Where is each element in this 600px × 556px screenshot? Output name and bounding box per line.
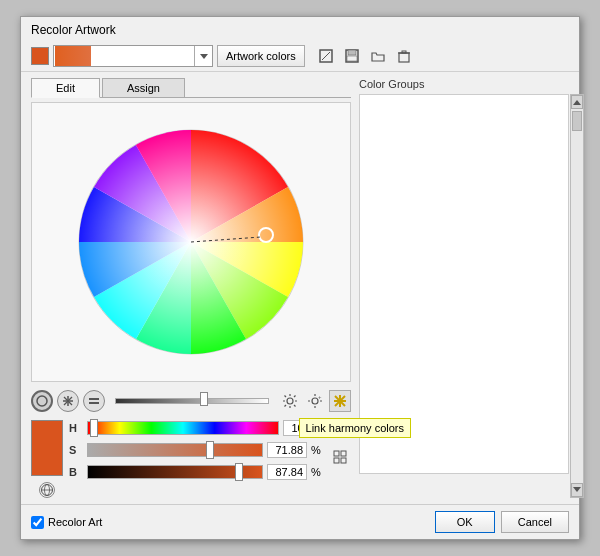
- wheel-bottom-controls: +: [31, 386, 351, 416]
- color-controls: H S %: [31, 420, 351, 498]
- b-slider-row: B %: [69, 464, 323, 480]
- menu-icon: [333, 424, 347, 438]
- artwork-colors-button[interactable]: Artwork colors: [217, 45, 305, 67]
- dialog-title: Recolor Artwork: [31, 23, 116, 37]
- ok-button[interactable]: OK: [435, 511, 495, 533]
- bottom-bar: Recolor Art OK Cancel: [21, 504, 579, 539]
- add-adjust-icon-btn[interactable]: +: [304, 390, 326, 412]
- b-label: B: [69, 466, 83, 478]
- hsb-sliders: H S %: [69, 420, 323, 480]
- recolor-art-checkbox[interactable]: [31, 516, 44, 529]
- link-harmony-area: Link harmony colors: [329, 390, 351, 412]
- svg-point-13: [37, 396, 47, 406]
- chevron-down-icon: [200, 54, 208, 59]
- tab-assign[interactable]: Assign: [102, 78, 185, 97]
- h-value-input[interactable]: [283, 420, 323, 436]
- scroll-down-arrow[interactable]: [571, 483, 583, 497]
- slider-right-controls: [329, 420, 351, 468]
- svg-point-20: [287, 398, 293, 404]
- right-panel: Color Groups: [359, 78, 569, 498]
- tab-edit[interactable]: Edit: [31, 78, 100, 98]
- delete-icon: [397, 49, 411, 63]
- svg-text:+: +: [318, 394, 322, 400]
- snowflake-mode-btn[interactable]: [57, 390, 79, 412]
- circle-mode-btn[interactable]: [31, 390, 53, 412]
- color-wheel-container: [31, 102, 351, 382]
- svg-rect-46: [341, 451, 346, 456]
- menu-icon-btn[interactable]: [329, 420, 351, 442]
- edit-art-icon: [319, 49, 333, 63]
- dropdown-arrow[interactable]: [194, 46, 212, 66]
- link-harmony-icon-btn[interactable]: [329, 390, 351, 412]
- main-content: Edit Assign: [21, 72, 579, 504]
- cancel-button[interactable]: Cancel: [501, 511, 569, 533]
- h-slider-row: H: [69, 420, 323, 436]
- action-buttons: OK Cancel: [435, 511, 569, 533]
- svg-rect-8: [402, 51, 406, 53]
- chevron-down-icon: [573, 487, 581, 493]
- bars-icon: [88, 395, 100, 407]
- svg-rect-5: [347, 56, 357, 61]
- toolbar-icons: [315, 45, 415, 67]
- b-slider[interactable]: [87, 465, 263, 479]
- circle-icon: [36, 395, 48, 407]
- svg-rect-4: [348, 50, 356, 55]
- svg-marker-0: [200, 54, 208, 59]
- dropdown-swatch: [55, 46, 91, 66]
- s-slider-row: S %: [69, 442, 323, 458]
- svg-marker-49: [573, 100, 581, 105]
- adjust-icons: +: [279, 390, 351, 412]
- brightness-slider-track[interactable]: [115, 397, 269, 405]
- s-label: S: [69, 444, 83, 456]
- left-panel: Edit Assign: [31, 78, 351, 498]
- snowflake-icon: [62, 395, 74, 407]
- title-bar: Recolor Artwork: [21, 17, 579, 41]
- folder-icon-btn[interactable]: [367, 45, 389, 67]
- grid-icon: [333, 450, 347, 464]
- color-wheel-wrapper: [76, 127, 306, 357]
- color-wheel[interactable]: [76, 127, 306, 357]
- save-icon: [345, 49, 359, 63]
- svg-rect-47: [334, 458, 339, 463]
- grid-icon-btn[interactable]: [329, 446, 351, 468]
- h-label: H: [69, 422, 83, 434]
- tabs: Edit Assign: [31, 78, 351, 98]
- s-value-input[interactable]: [267, 442, 307, 458]
- svg-rect-19: [89, 402, 99, 404]
- scrollbar-right[interactable]: [570, 94, 584, 498]
- h-slider[interactable]: [87, 421, 279, 435]
- delete-icon-btn[interactable]: [393, 45, 415, 67]
- scroll-up-arrow[interactable]: [571, 95, 583, 109]
- svg-rect-18: [89, 398, 99, 400]
- b-value-input[interactable]: [267, 464, 307, 480]
- svg-line-25: [285, 396, 287, 398]
- scroll-thumb[interactable]: [572, 111, 582, 131]
- svg-line-26: [294, 405, 296, 407]
- b-percent: %: [311, 466, 323, 478]
- link-harmony-icon: [332, 393, 348, 409]
- globe-svg: [40, 483, 54, 497]
- color-preview-section: [31, 420, 63, 498]
- color-preview-swatch: [31, 420, 63, 476]
- sun-icon: [282, 393, 298, 409]
- sun-icon-btn[interactable]: [279, 390, 301, 412]
- globe-section: [39, 482, 55, 498]
- save-icon-btn[interactable]: [341, 45, 363, 67]
- color-groups-area: [359, 94, 569, 474]
- recolor-artwork-dialog: Recolor Artwork Artwork colors: [20, 16, 580, 540]
- folder-icon: [371, 50, 385, 62]
- recolor-art-label: Recolor Art: [48, 516, 102, 528]
- s-slider[interactable]: [87, 443, 263, 457]
- add-adjust-icon: +: [307, 393, 323, 409]
- s-percent: %: [311, 444, 323, 456]
- checkbox-row: Recolor Art: [31, 516, 427, 529]
- globe-icon[interactable]: [39, 482, 55, 498]
- bars-mode-btn[interactable]: [83, 390, 105, 412]
- svg-rect-45: [334, 451, 339, 456]
- color-groups-label: Color Groups: [359, 78, 569, 90]
- toolbar: Artwork colors: [21, 41, 579, 72]
- edit-art-icon-btn[interactable]: [315, 45, 337, 67]
- color-groups-wrapper: [359, 94, 569, 498]
- color-dropdown[interactable]: [53, 45, 213, 67]
- svg-line-28: [285, 405, 287, 407]
